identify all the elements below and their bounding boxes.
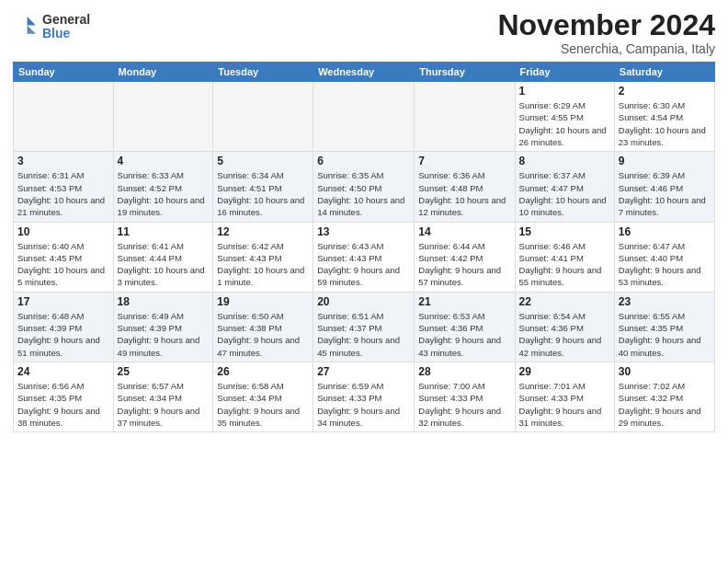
- day-number: 19: [217, 295, 309, 308]
- col-saturday: Saturday: [614, 63, 714, 82]
- day-info: Sunrise: 6:59 AM Sunset: 4:33 PM Dayligh…: [317, 380, 410, 429]
- calendar-header-row: Sunday Monday Tuesday Wednesday Thursday…: [14, 63, 715, 82]
- table-row: 8Sunrise: 6:37 AM Sunset: 4:47 PM Daylig…: [515, 152, 614, 222]
- table-row: 1Sunrise: 6:29 AM Sunset: 4:55 PM Daylig…: [515, 82, 614, 152]
- day-info: Sunrise: 6:36 AM Sunset: 4:48 PM Dayligh…: [418, 169, 510, 218]
- day-info: Sunrise: 7:02 AM Sunset: 4:32 PM Dayligh…: [619, 380, 711, 429]
- day-info: Sunrise: 6:57 AM Sunset: 4:34 PM Dayligh…: [118, 380, 210, 429]
- table-row: 27Sunrise: 6:59 AM Sunset: 4:33 PM Dayli…: [313, 362, 415, 431]
- table-row: 23Sunrise: 6:55 AM Sunset: 4:35 PM Dayli…: [614, 292, 714, 362]
- col-tuesday: Tuesday: [213, 63, 313, 82]
- table-row: 24Sunrise: 6:56 AM Sunset: 4:35 PM Dayli…: [14, 362, 114, 431]
- table-row: 14Sunrise: 6:44 AM Sunset: 4:42 PM Dayli…: [415, 222, 515, 292]
- day-number: 10: [17, 225, 109, 238]
- day-info: Sunrise: 6:43 AM Sunset: 4:43 PM Dayligh…: [317, 240, 410, 289]
- day-number: 20: [317, 295, 410, 308]
- table-row: 21Sunrise: 6:53 AM Sunset: 4:36 PM Dayli…: [415, 292, 515, 362]
- day-number: 16: [619, 225, 711, 238]
- day-number: 30: [619, 365, 711, 378]
- day-info: Sunrise: 6:58 AM Sunset: 4:34 PM Dayligh…: [217, 380, 309, 429]
- day-number: 24: [17, 365, 109, 378]
- day-number: 8: [519, 155, 610, 167]
- day-number: 13: [317, 225, 410, 238]
- day-number: 17: [17, 295, 109, 308]
- day-number: 6: [317, 155, 410, 167]
- table-row: 16Sunrise: 6:47 AM Sunset: 4:40 PM Dayli…: [614, 222, 714, 292]
- table-row: 20Sunrise: 6:51 AM Sunset: 4:37 PM Dayli…: [313, 292, 415, 362]
- day-info: Sunrise: 6:35 AM Sunset: 4:50 PM Dayligh…: [317, 169, 410, 218]
- table-row: 30Sunrise: 7:02 AM Sunset: 4:32 PM Dayli…: [614, 362, 714, 431]
- day-info: Sunrise: 6:55 AM Sunset: 4:35 PM Dayligh…: [619, 310, 711, 359]
- day-info: Sunrise: 6:41 AM Sunset: 4:44 PM Dayligh…: [118, 240, 210, 289]
- calendar-week-row: 3Sunrise: 6:31 AM Sunset: 4:53 PM Daylig…: [14, 152, 715, 222]
- table-row: 15Sunrise: 6:46 AM Sunset: 4:41 PM Dayli…: [515, 222, 614, 292]
- table-row: [14, 82, 114, 152]
- day-info: Sunrise: 6:44 AM Sunset: 4:42 PM Dayligh…: [418, 240, 510, 289]
- col-monday: Monday: [113, 63, 213, 82]
- table-row: [213, 82, 313, 152]
- table-row: 19Sunrise: 6:50 AM Sunset: 4:38 PM Dayli…: [213, 292, 313, 362]
- table-row: 5Sunrise: 6:34 AM Sunset: 4:51 PM Daylig…: [213, 152, 313, 222]
- table-row: 4Sunrise: 6:33 AM Sunset: 4:52 PM Daylig…: [113, 152, 213, 222]
- day-number: 26: [217, 365, 309, 378]
- title-area: November 2024 Senerchia, Campania, Italy: [497, 9, 715, 56]
- day-info: Sunrise: 6:30 AM Sunset: 4:54 PM Dayligh…: [619, 99, 711, 148]
- day-info: Sunrise: 6:53 AM Sunset: 4:36 PM Dayligh…: [418, 310, 510, 359]
- table-row: 25Sunrise: 6:57 AM Sunset: 4:34 PM Dayli…: [113, 362, 213, 431]
- day-info: Sunrise: 6:42 AM Sunset: 4:43 PM Dayligh…: [217, 240, 309, 289]
- logo-text: General Blue: [42, 13, 90, 41]
- day-info: Sunrise: 7:00 AM Sunset: 4:33 PM Dayligh…: [418, 380, 510, 429]
- day-number: 12: [217, 225, 309, 238]
- table-row: [313, 82, 415, 152]
- logo-general-text: General: [42, 13, 90, 27]
- calendar-week-row: 24Sunrise: 6:56 AM Sunset: 4:35 PM Dayli…: [14, 362, 715, 431]
- location-subtitle: Senerchia, Campania, Italy: [497, 41, 715, 56]
- day-number: 28: [418, 365, 510, 378]
- day-info: Sunrise: 6:49 AM Sunset: 4:39 PM Dayligh…: [118, 310, 210, 359]
- day-info: Sunrise: 6:46 AM Sunset: 4:41 PM Dayligh…: [519, 240, 610, 289]
- col-wednesday: Wednesday: [313, 63, 415, 82]
- day-number: 11: [118, 225, 210, 238]
- table-row: 22Sunrise: 6:54 AM Sunset: 4:36 PM Dayli…: [515, 292, 614, 362]
- col-sunday: Sunday: [14, 63, 114, 82]
- day-info: Sunrise: 6:39 AM Sunset: 4:46 PM Dayligh…: [619, 169, 711, 218]
- day-number: 9: [619, 155, 711, 167]
- table-row: [113, 82, 213, 152]
- table-row: 18Sunrise: 6:49 AM Sunset: 4:39 PM Dayli…: [113, 292, 213, 362]
- day-info: Sunrise: 6:51 AM Sunset: 4:37 PM Dayligh…: [317, 310, 410, 359]
- day-number: 7: [418, 155, 510, 167]
- table-row: 28Sunrise: 7:00 AM Sunset: 4:33 PM Dayli…: [415, 362, 515, 431]
- day-number: 4: [118, 155, 210, 167]
- table-row: 11Sunrise: 6:41 AM Sunset: 4:44 PM Dayli…: [113, 222, 213, 292]
- table-row: 3Sunrise: 6:31 AM Sunset: 4:53 PM Daylig…: [14, 152, 114, 222]
- calendar-week-row: 10Sunrise: 6:40 AM Sunset: 4:45 PM Dayli…: [14, 222, 715, 292]
- logo-blue-text: Blue: [42, 27, 90, 40]
- table-row: 13Sunrise: 6:43 AM Sunset: 4:43 PM Dayli…: [313, 222, 415, 292]
- day-info: Sunrise: 6:31 AM Sunset: 4:53 PM Dayligh…: [17, 169, 109, 218]
- day-number: 5: [217, 155, 309, 167]
- day-number: 29: [519, 365, 610, 378]
- table-row: [415, 82, 515, 152]
- day-number: 23: [619, 295, 711, 308]
- day-number: 25: [118, 365, 210, 378]
- day-number: 2: [619, 85, 711, 98]
- col-thursday: Thursday: [415, 63, 515, 82]
- logo-icon: [13, 14, 39, 40]
- day-info: Sunrise: 7:01 AM Sunset: 4:33 PM Dayligh…: [519, 380, 610, 429]
- logo: General Blue: [13, 13, 90, 41]
- svg-marker-1: [28, 26, 36, 34]
- table-row: 9Sunrise: 6:39 AM Sunset: 4:46 PM Daylig…: [614, 152, 714, 222]
- day-number: 18: [118, 295, 210, 308]
- day-number: 1: [519, 85, 610, 98]
- day-number: 3: [17, 155, 109, 167]
- day-number: 27: [317, 365, 410, 378]
- day-info: Sunrise: 6:37 AM Sunset: 4:47 PM Dayligh…: [519, 169, 610, 218]
- table-row: 12Sunrise: 6:42 AM Sunset: 4:43 PM Dayli…: [213, 222, 313, 292]
- day-info: Sunrise: 6:50 AM Sunset: 4:38 PM Dayligh…: [217, 310, 309, 359]
- table-row: 6Sunrise: 6:35 AM Sunset: 4:50 PM Daylig…: [313, 152, 415, 222]
- table-row: 10Sunrise: 6:40 AM Sunset: 4:45 PM Dayli…: [14, 222, 114, 292]
- page-container: General Blue November 2024 Senerchia, Ca…: [0, 0, 728, 442]
- day-info: Sunrise: 6:47 AM Sunset: 4:40 PM Dayligh…: [619, 240, 711, 289]
- day-info: Sunrise: 6:48 AM Sunset: 4:39 PM Dayligh…: [17, 310, 109, 359]
- day-info: Sunrise: 6:40 AM Sunset: 4:45 PM Dayligh…: [17, 240, 109, 289]
